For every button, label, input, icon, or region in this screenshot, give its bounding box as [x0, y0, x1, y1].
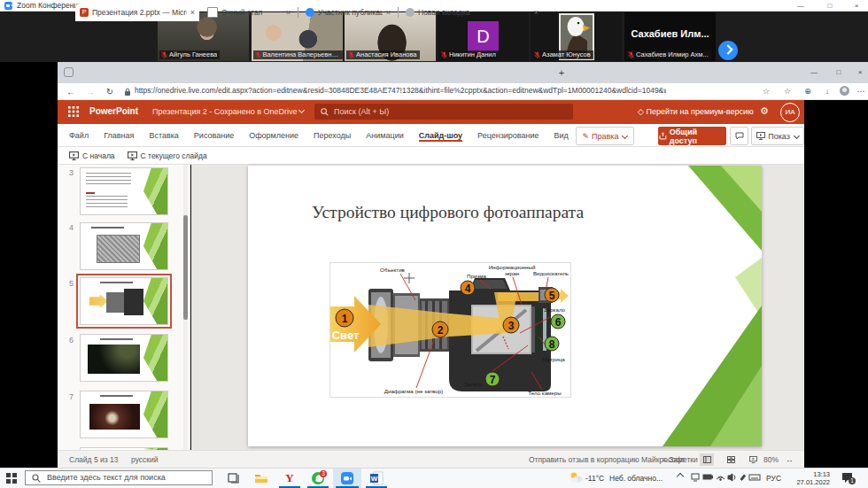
- tab-close-icon[interactable]: ×: [286, 8, 291, 17]
- new-tab-button[interactable]: +: [554, 66, 569, 80]
- participant-name: Валентина Валерьевна А...: [262, 50, 340, 59]
- system-tray-icons[interactable]: [691, 472, 762, 483]
- slide-thumbnail-7[interactable]: [80, 391, 168, 438]
- ribbon-tab-transitions[interactable]: Переходы: [314, 131, 351, 140]
- ribbon-tab-review[interactable]: Рецензирование: [477, 131, 539, 140]
- account-avatar[interactable]: ИА: [780, 103, 800, 122]
- svg-text:Матрица: Матрица: [542, 356, 565, 362]
- file-explorer-icon[interactable]: [254, 471, 268, 485]
- document-title[interactable]: Презентация 2 - Сохранено в OneDrive: [152, 107, 304, 116]
- language-status[interactable]: русский: [131, 455, 159, 464]
- svg-text:экран: экран: [505, 270, 519, 276]
- forward-button[interactable]: →: [83, 84, 97, 99]
- slide-title[interactable]: Устройство цифрового фотоаппарата: [312, 203, 684, 222]
- tab-close-icon[interactable]: ×: [190, 8, 195, 17]
- tab-title: Новая вкладка: [418, 8, 531, 17]
- collections-icon[interactable]: ⊕: [801, 85, 815, 98]
- premium-upgrade-link[interactable]: ◇ Перейти на премиум-версию: [638, 107, 754, 116]
- thumbnail-diagram-lens: [106, 292, 126, 313]
- slide-thumbnail-4[interactable]: [80, 222, 168, 270]
- ribbon-tab-insert[interactable]: Вставка: [149, 131, 178, 140]
- powerpoint-header: PowerPoint Презентация 2 - Сохранено в O…: [58, 100, 804, 124]
- fit-slide-icon[interactable]: ↔: [786, 455, 794, 464]
- search-input[interactable]: Поиск (Alt + Ы): [314, 104, 573, 120]
- participant-tile[interactable]: Азамат Юнусов: [531, 12, 622, 61]
- browser-tab-active[interactable]: P Презентация 2.pptx — Microso ×: [75, 4, 199, 21]
- thumbnail-text-lines: [86, 196, 128, 209]
- svg-text:Затвор: Затвор: [464, 381, 483, 387]
- task-view-icon[interactable]: [227, 471, 241, 485]
- zoom-maximize-button[interactable]: □: [822, 0, 838, 12]
- zoom-close-button[interactable]: ×: [849, 0, 864, 12]
- favorites-add-icon[interactable]: ☆: [759, 85, 773, 98]
- browser-profile-avatar[interactable]: [840, 86, 849, 96]
- ribbon-tab-animations[interactable]: Анимации: [366, 131, 403, 140]
- normal-view-button[interactable]: [700, 453, 714, 466]
- svg-text:W: W: [371, 475, 378, 483]
- next-participants-button[interactable]: [718, 41, 738, 60]
- start-button[interactable]: [6, 473, 17, 484]
- refresh-button[interactable]: ↻: [103, 84, 117, 99]
- app-launcher-icon[interactable]: [68, 106, 79, 117]
- comments-button[interactable]: [730, 127, 748, 145]
- chevron-down-icon: [794, 133, 800, 139]
- downloads-icon[interactable]: ↓: [820, 85, 834, 98]
- ribbon-tab-file[interactable]: Файл: [69, 131, 89, 140]
- from-start-button[interactable]: С начала: [69, 151, 115, 160]
- ribbon-tab-home[interactable]: Главная: [104, 131, 134, 140]
- sensor: [537, 308, 541, 351]
- slide-thumbnail-6[interactable]: [80, 334, 168, 382]
- browser-menu-icon[interactable]: ⋯: [854, 85, 868, 98]
- browser-tab[interactable]: Очный этап ×: [203, 4, 295, 21]
- address-bar[interactable]: https://onedrive.live.com/edit.aspx?acti…: [135, 86, 666, 95]
- taskbar-search-input[interactable]: Введите здесь текст для поиска: [25, 470, 213, 485]
- ribbon-tab-view[interactable]: Вид: [554, 131, 569, 140]
- weather-icon[interactable]: [570, 471, 583, 484]
- weather-condition[interactable]: Неб. облачно...: [609, 474, 663, 483]
- browser-maximize-button[interactable]: □: [831, 66, 847, 78]
- zoom-app-icon[interactable]: [340, 471, 354, 485]
- current-slide[interactable]: Устройство цифрового фотоаппарата: [248, 166, 762, 446]
- word-icon[interactable]: W: [369, 471, 384, 485]
- keyboard-language[interactable]: РУС: [766, 474, 781, 483]
- yandex-browser-icon[interactable]: Y: [283, 471, 297, 485]
- from-current-slide-button[interactable]: С текущего слайда: [128, 151, 207, 160]
- weather-temperature[interactable]: -11°C: [585, 474, 604, 483]
- present-button[interactable]: Показ: [751, 127, 804, 145]
- ribbon-tab-draw[interactable]: Рисование: [194, 131, 234, 140]
- svg-text:3: 3: [508, 320, 515, 332]
- ribbon-tab-design[interactable]: Оформление: [249, 131, 298, 140]
- settings-gear-icon[interactable]: ⚙: [760, 105, 769, 117]
- back-button[interactable]: ←: [64, 84, 78, 99]
- participant-tile[interactable]: Сахабиев Илм... Сахабиев Илмир Ахм...: [624, 12, 716, 61]
- slide-thumbnail-5-selected[interactable]: [80, 277, 168, 325]
- slideshow-icon: [128, 151, 137, 160]
- slideshow-view-button[interactable]: [746, 453, 760, 466]
- camera-diagram[interactable]: Свет 1: [329, 262, 571, 398]
- grid-view-button[interactable]: [724, 453, 738, 466]
- browser-tab[interactable]: Участник публикации - Zoom ×: [301, 4, 395, 21]
- thumbnail-scrollbar[interactable]: [183, 165, 188, 450]
- browser-close-button[interactable]: ×: [852, 66, 868, 78]
- tab-close-icon[interactable]: ×: [534, 8, 539, 17]
- app-name[interactable]: PowerPoint: [89, 106, 138, 116]
- tab-close-icon[interactable]: ×: [386, 8, 391, 17]
- chevron-right-icon: [723, 44, 732, 54]
- tab-search-icon[interactable]: [64, 67, 74, 77]
- participant-initial-avatar: D: [468, 21, 499, 52]
- volume-icon: [728, 474, 732, 481]
- favorites-icon[interactable]: ☆: [780, 85, 794, 98]
- edit-mode-button[interactable]: ✎ Правка: [576, 127, 634, 145]
- share-button[interactable]: Общий доступ: [658, 127, 726, 145]
- notes-button[interactable]: ≡ Заметки: [663, 455, 698, 464]
- scrollbar-thumb[interactable]: [183, 215, 188, 320]
- ribbon-tab-slideshow[interactable]: Слайд-шоу: [419, 129, 462, 143]
- browser-tab[interactable]: Новая вкладка ×: [401, 4, 543, 21]
- slide-thumbnail-3[interactable]: [80, 167, 168, 215]
- zoom-minimize-button[interactable]: —: [793, 0, 809, 12]
- browser-minimize-button[interactable]: —: [806, 66, 822, 78]
- zoom-level[interactable]: 80%: [763, 455, 779, 464]
- lock-icon[interactable]: [124, 88, 131, 97]
- svg-text:4: 4: [465, 283, 471, 295]
- clock[interactable]: 13:13 27.01.2022: [784, 470, 830, 486]
